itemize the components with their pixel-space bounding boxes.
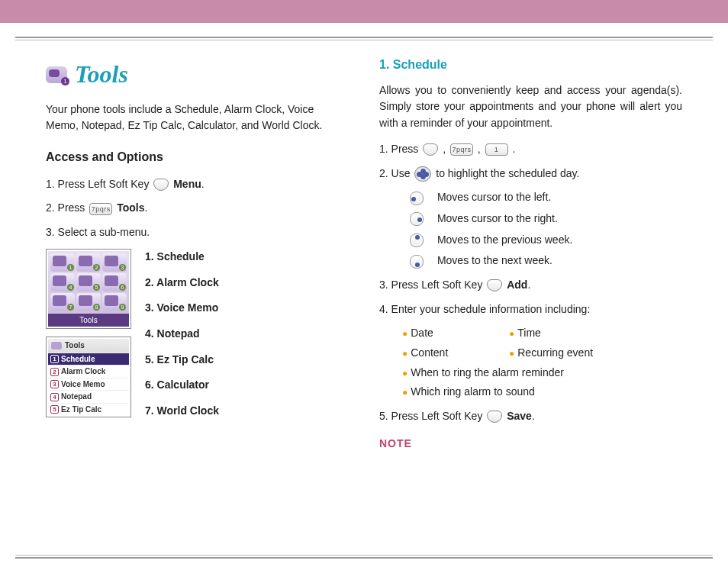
sched-step-4: 4. Enter your schedule information inclu… — [379, 301, 682, 318]
bullet-which: Which ring alarm to sound — [411, 385, 535, 398]
step-3: 3. Select a sub-menu. — [46, 224, 349, 241]
step-2: 2. Press 7pqrs Tools. — [46, 200, 349, 217]
schedule-steps-cont: 3. Press Left Soft Key Add. 4. Enter you… — [379, 277, 682, 317]
nav-right-icon — [410, 212, 424, 226]
s3-add: Add — [507, 279, 527, 291]
bullet-icon: ● — [402, 348, 407, 359]
left-soft-key-icon — [423, 143, 438, 156]
bullet-content: Content — [411, 346, 448, 359]
key-7-icon: 7pqrs — [89, 203, 112, 215]
nav-right-row: Moves cursor to the right. — [410, 211, 682, 227]
nav-up-icon — [410, 234, 424, 247]
bullet-time: Time — [517, 327, 541, 339]
rule-bottom-inner — [15, 557, 713, 559]
step-1: 1. Press Left Soft Key Menu. — [46, 176, 349, 193]
top-banner — [0, 0, 728, 23]
sched-step-1: 1. Press , 7pqrs , 1 . — [379, 141, 682, 158]
s5-text: 5. Press Left Soft Key — [379, 410, 485, 422]
list-header: Tools — [48, 339, 129, 353]
list-row-alarm: 2Alarm Clock — [48, 365, 129, 378]
submenu-4: 4. Notepad — [145, 326, 219, 343]
submenu-2: 2. Alarm Clock — [145, 275, 219, 292]
left-soft-key-icon — [487, 279, 502, 292]
bullet-row-2: ●Content ●Recurring event — [402, 345, 682, 362]
nav-up-row: Moves to the previous week. — [410, 232, 682, 249]
step-1-text: 1. Press Left Soft Key — [46, 178, 152, 190]
bullet-icon: ● — [509, 348, 514, 359]
intro-text: Your phone tools include a Schedule, Ala… — [46, 101, 349, 134]
nav-right-label: Moves cursor to the right. — [437, 212, 558, 224]
submenu-list: 1. Schedule 2. Alarm Clock 3. Voice Memo… — [145, 249, 219, 429]
sched-step-5: 5. Press Left Soft Key Save. — [379, 408, 682, 425]
nav-left-row: Moves cursor to the left. — [410, 189, 682, 206]
nav-up-label: Moves to the previous week. — [437, 234, 572, 246]
submenu-3: 3. Voice Memo — [145, 300, 219, 317]
submenu-5: 5. Ez Tip Calc — [145, 352, 219, 369]
tools-grid-icon: 1 2 3 4 5 6 7 8 9 — [48, 251, 129, 314]
access-options-head: Access and Options — [46, 148, 349, 167]
bullet-recurring: Recurring event — [517, 346, 593, 359]
schedule-intro: Allows you to conveniently keep and acce… — [379, 82, 682, 132]
submenu-area: 1 2 3 4 5 6 7 8 9 Tools — [46, 249, 349, 429]
bullet-row-1: ●Date ●Time — [402, 325, 682, 342]
left-soft-key-icon — [487, 411, 502, 423]
bullet-icon: ● — [402, 368, 407, 378]
nav-down-icon — [410, 255, 424, 269]
list-header-label: Tools — [65, 340, 85, 352]
list-row-voice: 3Voice Memo — [48, 378, 129, 391]
rule-bottom-outer — [15, 555, 713, 556]
list-header-icon — [51, 342, 62, 349]
nav-key-icon — [414, 166, 431, 182]
s1-text: 1. Press — [379, 143, 421, 155]
note-label: NOTE — [379, 436, 682, 453]
submenu-1: 1. Schedule — [145, 249, 219, 266]
schedule-head: 1. Schedule — [379, 56, 682, 75]
tools-icon: 1 — [46, 66, 67, 83]
s2-text-b: to highlight the scheduled day. — [436, 167, 579, 179]
page-title: Tools — [75, 56, 128, 94]
s5-save: Save — [507, 410, 532, 422]
sched-step-3: 3. Press Left Soft Key Add. — [379, 277, 682, 294]
sched-step-2: 2. Use to highlight the scheduled day. — [379, 166, 682, 182]
bullet-icon: ● — [509, 328, 514, 339]
s3-text: 3. Press Left Soft Key — [379, 279, 485, 291]
nav-down-label: Moves to the next week. — [437, 254, 552, 266]
list-screenshot: Tools 1Schedule 2Alarm Clock 3Voice Memo… — [46, 337, 131, 417]
access-steps: 1. Press Left Soft Key Menu. 2. Press 7p… — [46, 176, 349, 241]
phone-screens: 1 2 3 4 5 6 7 8 9 Tools — [46, 249, 131, 426]
content-area: 1 Tools Your phone tools include a Sched… — [0, 40, 728, 452]
submenu-7: 7. World Clock — [145, 403, 219, 420]
nav-left-label: Moves cursor to the left. — [437, 191, 551, 203]
list-row-eztip: 5Ez Tip Calc — [48, 403, 129, 416]
grid-screenshot: 1 2 3 4 5 6 7 8 9 Tools — [46, 249, 131, 330]
step-1-menu: Menu — [173, 178, 201, 190]
s2-text-a: 2. Use — [379, 167, 413, 179]
key-1-icon: 1 — [485, 143, 508, 156]
bullet-row-4: ●Which ring alarm to sound — [402, 384, 682, 401]
schedule-steps-end: 5. Press Left Soft Key Save. — [379, 408, 682, 425]
title-row: 1 Tools — [46, 56, 349, 94]
left-column: 1 Tools Your phone tools include a Sched… — [46, 56, 349, 452]
schedule-steps: 1. Press , 7pqrs , 1 . 2. Use to highlig… — [379, 141, 682, 182]
nav-left-icon — [410, 192, 424, 205]
key-7-icon: 7pqrs — [450, 143, 473, 156]
rule-top-outer — [15, 37, 713, 38]
bullet-row-3: ●When to ring the alarm reminder — [402, 365, 682, 382]
list-row-schedule: 1Schedule — [48, 353, 129, 366]
step-2-tools: Tools — [117, 201, 144, 214]
nav-direction-list: Moves cursor to the left. Moves cursor t… — [410, 189, 682, 269]
bullet-icon: ● — [402, 328, 407, 339]
schedule-bullets: ●Date ●Time ●Content ●Recurring event ●W… — [402, 325, 682, 401]
grid-footer: Tools — [48, 314, 129, 327]
left-soft-key-icon — [153, 179, 169, 191]
right-column: 1. Schedule Allows you to conveniently k… — [379, 56, 682, 452]
nav-down-row: Moves to the next week. — [410, 253, 682, 269]
bullet-when: When to ring the alarm reminder — [411, 366, 564, 378]
list-row-notepad: 4Notepad — [48, 390, 129, 403]
step-2-text: 2. Press — [46, 201, 88, 214]
submenu-6: 6. Calculator — [145, 377, 219, 394]
bullet-date: Date — [411, 327, 433, 339]
bullet-icon: ● — [402, 387, 407, 398]
